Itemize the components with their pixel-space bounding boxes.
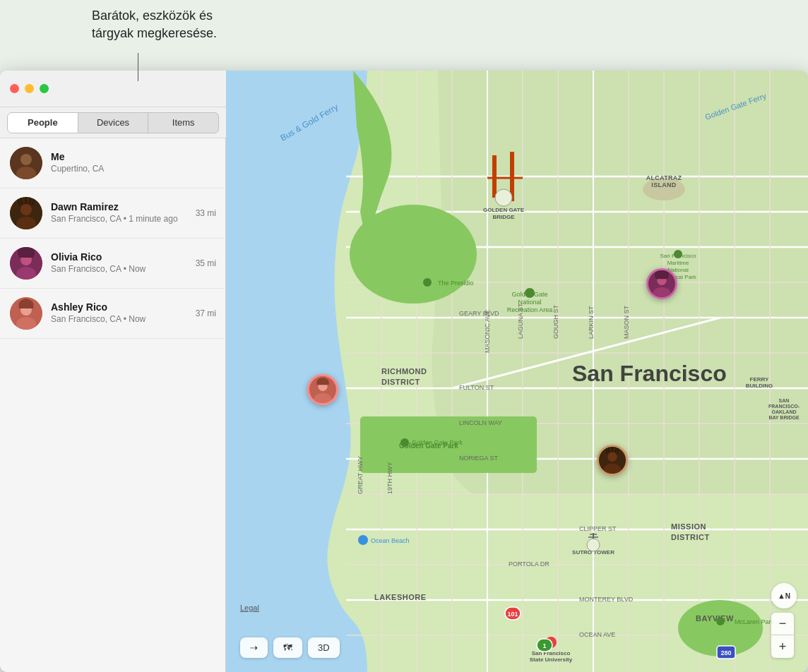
person-item-ashley[interactable]: Ashley Rico San Francisco, CA • Now 37 m… bbox=[0, 289, 226, 339]
svg-point-91 bbox=[587, 539, 600, 551]
location-button[interactable]: ⇢ bbox=[240, 637, 268, 658]
svg-text:San Francisco: San Francisco bbox=[532, 650, 571, 656]
svg-text:GEARY BLVD: GEARY BLVD bbox=[459, 310, 499, 317]
zoom-controls: − + bbox=[771, 613, 794, 658]
svg-text:DISTRICT: DISTRICT bbox=[381, 378, 420, 386]
svg-point-73 bbox=[525, 288, 535, 298]
svg-point-68 bbox=[400, 438, 409, 447]
person-info-me: Me Cupertino, CA bbox=[51, 151, 216, 175]
svg-text:Recreation Area: Recreation Area bbox=[507, 306, 553, 313]
svg-text:101: 101 bbox=[507, 611, 518, 618]
person-info-olivia: Olivia Rico San Francisco, CA • Now bbox=[51, 251, 216, 275]
svg-text:RICHMOND: RICHMOND bbox=[381, 367, 427, 376]
person-location-dawn: San Francisco, CA • 1 minute ago bbox=[51, 214, 216, 225]
map-pin-ashley[interactable] bbox=[307, 374, 338, 405]
svg-text:BRIDGE: BRIDGE bbox=[492, 214, 515, 220]
svg-text:FERRY: FERRY bbox=[750, 376, 769, 383]
person-distance-ashley: 37 mi bbox=[196, 308, 216, 318]
compass[interactable]: ▲N bbox=[771, 583, 797, 608]
minimize-button[interactable] bbox=[25, 84, 34, 93]
person-location-olivia: San Francisco, CA • Now bbox=[51, 264, 216, 275]
tab-devices[interactable]: Devices bbox=[78, 112, 149, 133]
zoom-in-button[interactable]: + bbox=[771, 635, 794, 658]
svg-text:1: 1 bbox=[542, 642, 546, 649]
titlebar bbox=[0, 71, 226, 107]
svg-point-121 bbox=[607, 452, 617, 462]
svg-point-4 bbox=[20, 204, 32, 215]
svg-text:19TH HWY: 19TH HWY bbox=[386, 462, 393, 494]
location-icon: ⇢ bbox=[250, 642, 258, 653]
person-distance-dawn: 33 mi bbox=[196, 208, 216, 218]
svg-text:Ocean Beach: Ocean Beach bbox=[371, 537, 410, 544]
close-button[interactable] bbox=[10, 84, 19, 93]
sidebar: People Devices Items bbox=[0, 71, 226, 672]
map-icon: 🗺 bbox=[283, 642, 292, 653]
svg-text:SAN: SAN bbox=[779, 398, 790, 403]
svg-text:FRANCISCO-: FRANCISCO- bbox=[768, 404, 800, 409]
svg-text:OAKLAND: OAKLAND bbox=[772, 409, 797, 414]
map-pin-olivia[interactable] bbox=[646, 268, 677, 299]
svg-point-79 bbox=[423, 278, 432, 287]
svg-text:280: 280 bbox=[720, 649, 731, 656]
svg-text:San Francisco: San Francisco bbox=[572, 361, 727, 386]
person-distance-olivia: 35 mi bbox=[196, 258, 216, 268]
svg-text:McLaren Park: McLaren Park bbox=[735, 618, 775, 625]
person-item-me[interactable]: Me Cupertino, CA bbox=[0, 138, 226, 188]
map-view-button[interactable]: 🗺 bbox=[273, 637, 302, 658]
svg-text:FULTON ST: FULTON ST bbox=[459, 384, 494, 391]
svg-text:BAYVIEW: BAYVIEW bbox=[696, 614, 734, 623]
tab-people[interactable]: People bbox=[7, 112, 78, 133]
svg-text:MISSION: MISSION bbox=[671, 522, 706, 531]
map-area[interactable]: Bus & Gold Ferry Golden Gate Ferry San F… bbox=[226, 71, 808, 672]
svg-text:GREAT HWY: GREAT HWY bbox=[357, 456, 364, 494]
svg-text:MASON ST: MASON ST bbox=[623, 305, 630, 339]
three-d-button[interactable]: 3D bbox=[308, 637, 340, 658]
tooltip-annotation: Barátok, eszközök és tárgyak megkeresése… bbox=[92, 7, 217, 42]
person-item-olivia[interactable]: Olivia Rico San Francisco, CA • Now 35 m… bbox=[0, 239, 226, 289]
svg-text:DISTRICT: DISTRICT bbox=[671, 533, 710, 541]
app-window: People Devices Items bbox=[0, 71, 808, 672]
svg-text:The Presidio: The Presidio bbox=[438, 280, 474, 287]
avatar-ashley bbox=[10, 297, 42, 330]
svg-text:LARKIN ST: LARKIN ST bbox=[588, 306, 595, 339]
tooltip-line2: tárgyak megkeresése. bbox=[92, 25, 217, 42]
svg-point-101 bbox=[358, 535, 368, 545]
person-list: Me Cupertino, CA bbox=[0, 138, 226, 339]
map-pin-dawn[interactable] bbox=[597, 445, 628, 476]
svg-text:ALCATRAZ: ALCATRAZ bbox=[646, 174, 682, 181]
svg-text:National: National bbox=[518, 299, 541, 306]
person-name-ashley: Ashley Rico bbox=[51, 301, 216, 313]
person-location-me: Cupertino, CA bbox=[51, 164, 216, 175]
legal-link[interactable]: Legal bbox=[240, 604, 259, 612]
svg-text:Golden Gate Park: Golden Gate Park bbox=[412, 439, 463, 446]
avatar-me bbox=[10, 147, 42, 179]
svg-text:CLIPPER ST: CLIPPER ST bbox=[579, 525, 617, 532]
tooltip-line1: Barátok, eszközök és bbox=[92, 7, 217, 25]
person-item-dawn[interactable]: Dawn Ramirez San Francisco, CA • 1 minut… bbox=[0, 188, 226, 239]
svg-text:GOUGH ST: GOUGH ST bbox=[552, 304, 559, 339]
svg-text:MONTEREY BLVD: MONTEREY BLVD bbox=[579, 596, 634, 603]
svg-text:BUILDING: BUILDING bbox=[746, 383, 773, 389]
map-svg: Bus & Gold Ferry Golden Gate Ferry San F… bbox=[226, 71, 808, 672]
maximize-button[interactable] bbox=[40, 84, 49, 93]
svg-text:LINCOLN WAY: LINCOLN WAY bbox=[459, 419, 502, 426]
svg-text:LAKESHORE: LAKESHORE bbox=[374, 593, 427, 601]
tabs-bar: People Devices Items bbox=[0, 107, 226, 138]
svg-text:State University: State University bbox=[530, 656, 573, 663]
person-info-ashley: Ashley Rico San Francisco, CA • Now bbox=[51, 301, 216, 325]
svg-text:MASONIC AVE: MASONIC AVE bbox=[484, 310, 491, 353]
avatar-dawn bbox=[10, 197, 42, 229]
person-name-me: Me bbox=[51, 151, 216, 162]
person-name-dawn: Dawn Ramirez bbox=[51, 201, 216, 212]
tooltip-connector-line bbox=[138, 53, 138, 81]
svg-point-78 bbox=[674, 250, 682, 258]
person-location-ashley: San Francisco, CA • Now bbox=[51, 314, 216, 325]
svg-text:Maritime: Maritime bbox=[667, 260, 689, 266]
svg-text:BAY BRIDGE: BAY BRIDGE bbox=[768, 415, 800, 420]
svg-text:PORTOLA DR: PORTOLA DR bbox=[509, 560, 549, 568]
zoom-out-button[interactable]: − bbox=[771, 613, 794, 635]
map-controls-bottom: ⇢ 🗺 3D bbox=[240, 637, 340, 658]
svg-text:GOLDEN GATE: GOLDEN GATE bbox=[483, 207, 525, 213]
tab-items[interactable]: Items bbox=[148, 112, 219, 133]
svg-point-106 bbox=[716, 617, 725, 625]
